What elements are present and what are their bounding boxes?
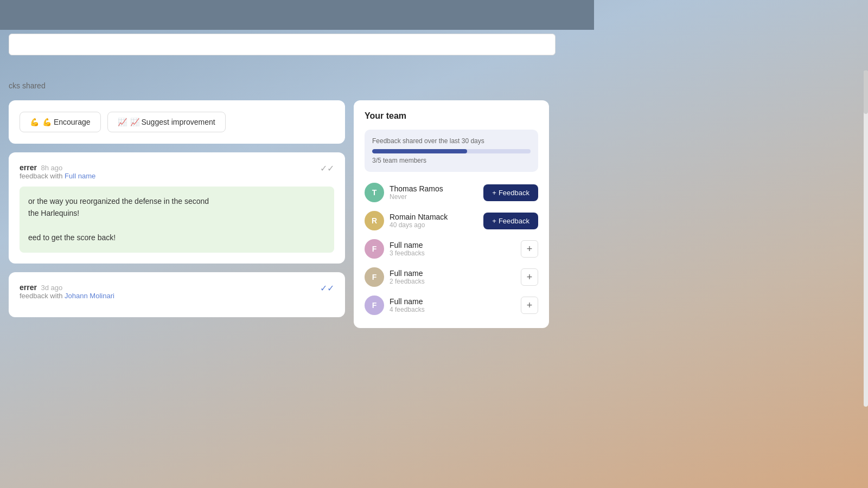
member-row-full2: F Full name 2 feedbacks + <box>365 265 538 289</box>
member-name-thomas: Thomas Ramos <box>390 184 478 193</box>
team-title: Your team <box>365 111 538 121</box>
feed-column: 💪 💪 Encourage 📈 📈 Suggest improvement er… <box>9 100 345 328</box>
member-sub-full2: 2 feedbacks <box>390 278 515 285</box>
member-row-romain: R Romain Ntamack 40 days ago + Feedback <box>365 209 538 233</box>
feedback-user-2: errer <box>20 283 37 292</box>
member-row-full1: F Full name 3 feedbacks + <box>365 237 538 261</box>
member-sub-full3: 4 feedbacks <box>390 306 515 313</box>
encourage-button[interactable]: 💪 💪 Encourage <box>20 112 101 132</box>
feedback-linked-name-2[interactable]: Johann Molinari <box>65 292 114 300</box>
avatar-full2: F <box>365 267 384 287</box>
encourage-label: 💪 Encourage <box>42 118 91 126</box>
member-sub-full1: 3 feedbacks <box>390 249 515 257</box>
feedback-plus-icon-thomas: + <box>492 189 496 197</box>
member-list: T Thomas Ramos Never + Feedback R Romain… <box>365 181 538 317</box>
stats-row: cks shared <box>9 81 46 90</box>
check-icon-2: ✓✓ <box>320 283 334 293</box>
feedback-line-1: or the way you reorganized the defense i… <box>28 195 326 207</box>
member-name-full3: Full name <box>390 297 515 306</box>
member-row-full3: F Full name 4 feedbacks + <box>365 293 538 317</box>
suggest-improvement-button[interactable]: 📈 📈 Suggest improvement <box>107 112 226 132</box>
member-name-romain: Romain Ntamack <box>390 213 478 221</box>
top-bar <box>0 0 594 30</box>
member-info-full3: Full name 4 feedbacks <box>390 297 515 313</box>
feedback-line-2: the Harlequins! <box>28 207 326 219</box>
feedback-btn-label-romain: Feedback <box>499 217 529 225</box>
search-area: s <box>0 34 564 55</box>
feedback-user-1: errer <box>20 163 37 172</box>
progress-section: Feedback shared over the last 30 days 3/… <box>365 130 538 172</box>
team-card: Your team Feedback shared over the last … <box>354 100 549 328</box>
feedback-meta-1: errer 8h ago feedback with Full name <box>20 163 95 180</box>
feedback-card-2: errer 3d ago feedback with Johann Molina… <box>9 272 345 317</box>
scrollbar-thumb[interactable] <box>864 70 868 114</box>
progress-bar-wrap <box>372 149 531 153</box>
action-card: 💪 💪 Encourage 📈 📈 Suggest improvement <box>9 100 345 144</box>
feedback-button-romain[interactable]: + Feedback <box>483 213 538 229</box>
feedback-header-1: errer 8h ago feedback with Full name ✓✓ <box>20 163 334 180</box>
stats-text: cks shared <box>9 81 46 90</box>
feedback-button-thomas[interactable]: + Feedback <box>483 184 538 201</box>
check-icon-1: ✓✓ <box>320 163 334 174</box>
add-button-full3[interactable]: + <box>521 297 538 314</box>
team-column: Your team Feedback shared over the last … <box>354 100 549 328</box>
progress-label: Feedback shared over the last 30 days <box>372 137 531 145</box>
add-button-full1[interactable]: + <box>521 240 538 258</box>
feedback-with-label-1: feedback with <box>20 172 65 180</box>
member-sub-romain: 40 days ago <box>390 221 478 229</box>
feedback-meta-2: errer 3d ago feedback with Johann Molina… <box>20 283 114 300</box>
feedback-linked-name-1[interactable]: Full name <box>65 172 95 180</box>
avatar-full1: F <box>365 239 384 259</box>
member-info-thomas: Thomas Ramos Never <box>390 184 478 201</box>
feedback-card-1: errer 8h ago feedback with Full name ✓✓ … <box>9 152 345 264</box>
member-sub-thomas: Never <box>390 193 478 201</box>
member-info-full2: Full name 2 feedbacks <box>390 269 515 285</box>
content-area: 💪 💪 Encourage 📈 📈 Suggest improvement er… <box>0 100 594 328</box>
progress-count: 3/5 team members <box>372 157 531 164</box>
search-input[interactable]: s <box>9 34 556 55</box>
feedback-time-2: 3d ago <box>41 284 63 292</box>
progress-bar-fill <box>372 149 467 153</box>
member-row-thomas: T Thomas Ramos Never + Feedback <box>365 181 538 204</box>
member-name-full2: Full name <box>390 269 515 278</box>
feedback-btn-label-thomas: Feedback <box>499 189 529 197</box>
member-info-romain: Romain Ntamack 40 days ago <box>390 213 478 229</box>
suggest-label: 📈 Suggest improvement <box>130 118 215 126</box>
avatar-romain: R <box>365 211 384 230</box>
feedback-with-label-2: feedback with <box>20 292 65 300</box>
member-info-full1: Full name 3 feedbacks <box>390 241 515 257</box>
feedback-plus-icon-romain: + <box>492 217 496 225</box>
encourage-icon: 💪 <box>30 118 39 126</box>
feedback-time-1: 8h ago <box>41 164 63 172</box>
member-name-full1: Full name <box>390 241 515 249</box>
add-button-full2[interactable]: + <box>521 268 538 286</box>
feedback-content-1: or the way you reorganized the defense i… <box>20 187 334 253</box>
avatar-full3: F <box>365 296 384 315</box>
feedback-line-4: eed to get the score back! <box>28 232 326 243</box>
avatar-thomas: T <box>365 183 384 202</box>
suggest-icon: 📈 <box>118 118 127 126</box>
feedback-header-2: errer 3d ago feedback with Johann Molina… <box>20 283 334 300</box>
scrollbar[interactable] <box>864 70 868 407</box>
